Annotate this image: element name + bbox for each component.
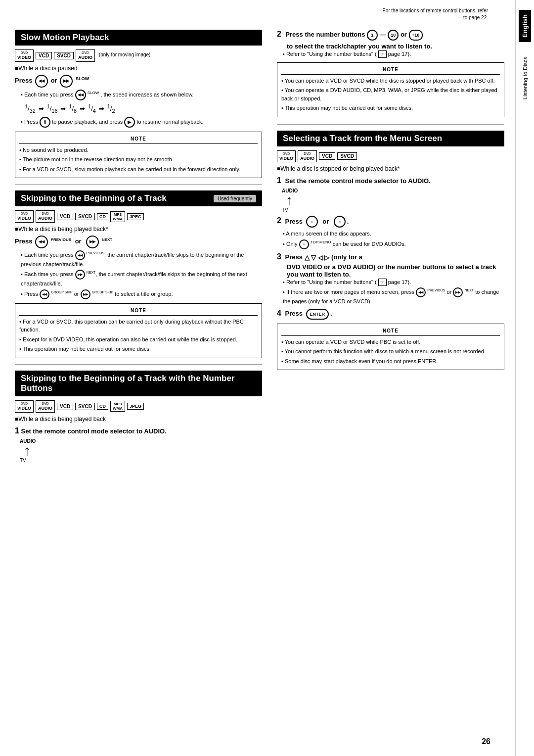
right-note-2: NOTE You can operate a VCD or SVCD while…: [277, 62, 504, 117]
used-frequently-badge: Used frequently: [214, 195, 256, 202]
slow-motion-speed-text: Each time you press ◀◀ SLOW , the speed …: [21, 90, 262, 100]
right-column: 2 Press the number buttons 1 — 10 or +10…: [277, 30, 504, 466]
right-step2-number: 2 Press the number buttons 1 — 10 or +10…: [277, 30, 504, 117]
selecting-step4: 4 Press ENTER.: [277, 309, 504, 320]
slow-next-button[interactable]: ▶▶: [60, 75, 73, 88]
skipping-track-badges: DVD VIDEO DVD AUDIO VCD SVCD CD MP: [15, 210, 262, 223]
slow-prev-button[interactable]: ◀◀: [35, 75, 48, 88]
skipping-while-played: ■While a disc is being played back*: [15, 225, 262, 234]
skip-next-button[interactable]: ▶▶: [86, 236, 99, 248]
selecting-track-badges: DVD VIDEO DVD AUDIO VCD SVCD: [277, 150, 504, 163]
badge-cd-3: CD: [97, 403, 108, 410]
badge-dvd-audio-2: DVD AUDIO: [36, 210, 55, 223]
skipping-track-title: Skipping to the Beginning of a Track: [21, 193, 167, 203]
badge-svcd-2: SVCD: [75, 213, 95, 220]
selecting-step1-title: Set the remote control mode selector to …: [285, 177, 431, 185]
badge-vcd-2: VCD: [57, 213, 73, 220]
step3-sub2: If there are two or more pages of menu s…: [283, 287, 504, 306]
selecting-note: NOTE You can operate a VCD or SVCD while…: [277, 324, 504, 371]
badge-vcd-3: VCD: [57, 403, 73, 410]
skip-prev-button[interactable]: ◀◀: [35, 236, 48, 248]
slow-label: SLOW: [76, 76, 89, 81]
num-btn-plus10[interactable]: +10: [409, 30, 423, 41]
badge-vcd: VCD: [36, 52, 52, 59]
slow-motion-title: Slow Motion Playback: [15, 30, 262, 46]
page-number: 26: [482, 737, 490, 746]
skip-next-desc: Each time you press ▶▶ NEXT, the current…: [21, 270, 262, 288]
step2-sub1: A menu screen of the disc appears.: [283, 230, 504, 238]
top-menu-button[interactable]: ○: [334, 216, 346, 228]
step3-bold: DVD VIDEO or a DVD AUDIO) or the number …: [287, 263, 504, 278]
badge-mp3-3: MP3 WMA: [110, 401, 125, 412]
step1-title: Set the remote control mode selector to …: [21, 427, 167, 435]
slow-motion-while-paused: ■While a disc is paused: [15, 64, 262, 73]
badge-jpeg: JPEG: [127, 213, 144, 220]
slow-motion-section: Slow Motion Playback DVD VIDEO VCD SVCD …: [15, 30, 262, 178]
slow-motion-badges: DVD VIDEO VCD SVCD DVD AUDIO (only for m…: [15, 49, 262, 62]
badge-dvd-video-4: DVD VIDEO: [277, 150, 296, 163]
skip-prev-desc: Each time you press ◀◀ PREVIOUS, the cur…: [21, 250, 262, 269]
badge-dvd-audio-4: DVD AUDIO: [298, 150, 317, 163]
skipping-number-badges: DVD VIDEO DVD AUDIO VCD SVCD CD MP: [15, 400, 262, 413]
badge-dvd-video-3: DVD VIDEO: [15, 400, 34, 413]
press-num-subtext: to select the track/chapter you want to …: [287, 43, 504, 50]
num-btn-1[interactable]: 1: [367, 30, 378, 41]
skipping-number-title: Skipping to the Beginning of a Track wit…: [15, 371, 262, 396]
skipping-track-section: Skipping to the Beginning of a Track Use…: [15, 190, 262, 358]
main-content: For the locations of remote control butt…: [0, 0, 515, 756]
badge-dvd-audio-3: DVD AUDIO: [36, 400, 55, 413]
selecting-step2: 2 Press ○ or ○.: [277, 216, 504, 228]
badge-cd: CD: [97, 213, 108, 220]
badge-svcd: SVCD: [54, 52, 74, 59]
selecting-while-stopped: ■While a disc is stopped or being played…: [277, 164, 504, 173]
selecting-audio-selector: AUDIO ↑ TV: [282, 188, 504, 213]
skipping-number-step1: 1 Set the remote control mode selector t…: [15, 426, 262, 435]
selecting-track-section: Selecting a Track from the Menu Screen D…: [277, 131, 504, 371]
selecting-step3: 3 Press △ ▽ ◁ ▷ (only for a: [277, 252, 504, 261]
slow-speed-icon: ◀◀: [75, 90, 86, 100]
right-tab: English Listening to Discs: [515, 0, 534, 756]
english-label: English: [519, 10, 531, 42]
badge-jpeg-3: JPEG: [127, 403, 144, 410]
selecting-step1: 1 Set the remote control mode selector t…: [277, 176, 504, 185]
audio-selector-diagram: AUDIO ↑ TV: [20, 438, 262, 463]
slow-motion-pause-text: Press ⏸ to pause playback, and press ▶ t…: [21, 117, 262, 128]
enter-button[interactable]: ENTER: [306, 309, 329, 320]
badge-dvd-video: DVD VIDEO: [15, 49, 34, 62]
only-moving-note: (only for moving image): [99, 51, 150, 58]
skipping-number-section: Skipping to the Beginning of a Track wit…: [15, 371, 262, 463]
listening-label: Listening to Discs: [520, 52, 530, 104]
step3-sub1: Refer to "Using the number buttons" ( ☞ …: [283, 278, 504, 286]
skipping-note: NOTE For a VCD or SVCD, this operation c…: [15, 303, 262, 358]
selecting-selector-arrow: ↑: [286, 193, 293, 207]
fraction-sequence: 1/32 ➡ 1/16 ➡ 1/8 ➡ 1/4 ➡ 1/2: [25, 103, 262, 114]
badge-svcd-3: SVCD: [75, 403, 95, 410]
skip-group-desc: Press ◀◀ GROUP SKIP or ▶▶ GROUP SKIP to …: [21, 289, 262, 299]
badge-mp3: MP3 WMA: [110, 211, 125, 222]
selector-arrow-up: ↑: [24, 444, 31, 458]
step2-sub2: Only ○ TOP MENU can be used for DVD AUDI…: [283, 239, 504, 249]
skipping-track-header: Skipping to the Beginning of a Track Use…: [15, 190, 262, 206]
pause-icon: ⏸: [40, 117, 50, 128]
press-num-refer: Refer to "Using the number buttons" ( ☞ …: [283, 50, 504, 58]
skipping-press-line: Press ◀◀ PREVIOUS or ▶▶ NEXT: [15, 236, 262, 248]
skipping-number-while: ■While a disc is being played back: [15, 415, 262, 424]
left-column: Slow Motion Playback DVD VIDEO VCD SVCD …: [15, 30, 262, 466]
top-reference-note: For the locations of remote control butt…: [379, 7, 488, 21]
slow-motion-note: NOTE No sound will be produced. The pict…: [15, 132, 262, 179]
badge-dvd-video-2: DVD VIDEO: [15, 210, 34, 223]
badge-vcd-4: VCD: [319, 152, 335, 160]
play-icon: ▶: [124, 117, 135, 128]
num-btn-10[interactable]: 10: [388, 30, 399, 41]
badge-svcd-4: SVCD: [337, 152, 357, 160]
menu-button[interactable]: ○: [306, 216, 318, 228]
page-container: For the locations of remote control butt…: [0, 0, 534, 756]
badge-dvd-audio: DVD AUDIO: [76, 49, 95, 62]
selecting-track-title: Selecting a Track from the Menu Screen: [277, 131, 504, 146]
slow-motion-press-line: Press ◀◀ or ▶▶ SLOW: [15, 75, 262, 88]
